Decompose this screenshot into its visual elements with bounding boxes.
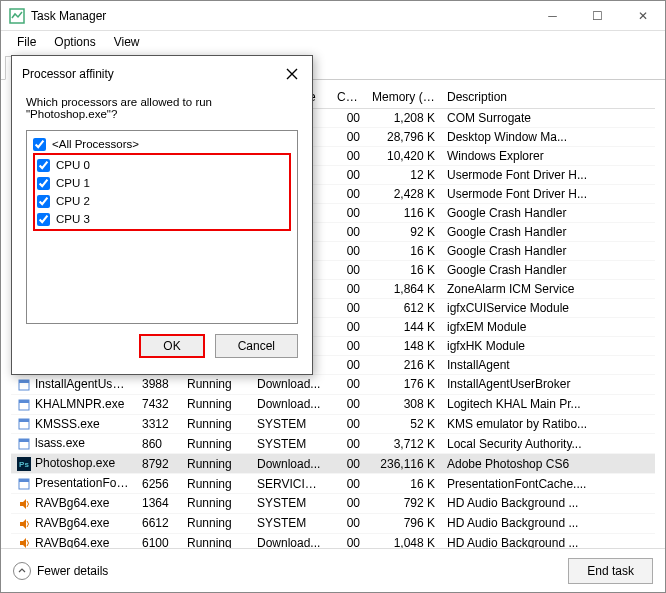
cell-mem: 612 K [366, 299, 441, 318]
cell-cpu: 00 [331, 375, 366, 395]
cell-name: PresentationFon... [11, 474, 136, 494]
cell-mem: 2,428 K [366, 185, 441, 204]
cell-cpu: 00 [331, 242, 366, 261]
cell-mem: 92 K [366, 223, 441, 242]
checkbox-cpu-1[interactable]: CPU 1 [37, 174, 287, 192]
cell-user: Download... [251, 454, 331, 474]
cell-mem: 176 K [366, 375, 441, 395]
dialog-title: Processor affinity [22, 67, 282, 81]
cell-cpu: 00 [331, 185, 366, 204]
cell-mem: 28,796 K [366, 128, 441, 147]
cell-mem: 148 K [366, 337, 441, 356]
cell-cpu: 00 [331, 474, 366, 494]
processor-list: <All Processors> CPU 0 CPU 1 CPU 2 CPU 3 [26, 130, 298, 324]
footer: Fewer details End task [1, 548, 665, 592]
table-row[interactable]: KMSSS.exe3312RunningSYSTEM0052 KKMS emul… [11, 414, 655, 434]
cell-desc: Logitech KHAL Main Pr... [441, 394, 655, 414]
cell-cpu: 00 [331, 414, 366, 434]
cell-desc: ZoneAlarm ICM Service [441, 280, 655, 299]
chevron-up-icon [13, 562, 31, 580]
table-row[interactable]: PsPhotoshop.exe8792RunningDownload...002… [11, 454, 655, 474]
cell-desc: Google Crash Handler [441, 223, 655, 242]
cell-cpu: 00 [331, 434, 366, 454]
cell-mem: 10,420 K [366, 147, 441, 166]
cell-name: InstallAgentUser... [11, 375, 136, 395]
cell-mem: 52 K [366, 414, 441, 434]
fewer-details-button[interactable]: Fewer details [13, 562, 108, 580]
cell-cpu: 00 [331, 394, 366, 414]
svg-rect-2 [19, 380, 29, 383]
cell-cpu: 00 [331, 280, 366, 299]
cell-desc: Usermode Font Driver H... [441, 166, 655, 185]
minimize-button[interactable]: ─ [530, 1, 575, 31]
checkbox-cpu-2[interactable]: CPU 2 [37, 192, 287, 210]
end-task-button[interactable]: End task [568, 558, 653, 584]
checkbox-all-processors[interactable]: <All Processors> [33, 135, 291, 153]
svg-rect-12 [19, 479, 29, 482]
table-row[interactable]: KHALMNPR.exe7432RunningDownload...00308 … [11, 394, 655, 414]
cell-desc: InstallAgent [441, 356, 655, 375]
cell-mem: 1,208 K [366, 109, 441, 128]
cell-name: KMSSS.exe [11, 414, 136, 434]
cell-cpu: 00 [331, 337, 366, 356]
cell-desc: Google Crash Handler [441, 204, 655, 223]
checkbox-cpu-0[interactable]: CPU 0 [37, 156, 287, 174]
cell-pid: 1364 [136, 493, 181, 513]
cell-name: PsPhotoshop.exe [11, 454, 136, 474]
cell-status: Running [181, 513, 251, 533]
cell-user: SYSTEM [251, 414, 331, 434]
ok-button[interactable]: OK [139, 334, 204, 358]
cell-pid: 6612 [136, 513, 181, 533]
cpu-highlight-group: CPU 0 CPU 1 CPU 2 CPU 3 [33, 153, 291, 231]
checkbox-input[interactable] [33, 138, 46, 151]
cell-status: Running [181, 434, 251, 454]
menu-file[interactable]: File [9, 33, 44, 51]
cancel-button[interactable]: Cancel [215, 334, 298, 358]
svg-rect-8 [19, 439, 29, 442]
cell-pid: 6256 [136, 474, 181, 494]
cell-user: SYSTEM [251, 513, 331, 533]
cell-cpu: 00 [331, 454, 366, 474]
checkbox-cpu-3[interactable]: CPU 3 [37, 210, 287, 228]
cell-mem: 792 K [366, 493, 441, 513]
window-title: Task Manager [31, 9, 530, 23]
table-row[interactable]: RAVBg64.exe1364RunningSYSTEM00792 KHD Au… [11, 493, 655, 513]
cell-status: Running [181, 414, 251, 434]
table-row[interactable]: InstallAgentUser...3988RunningDownload..… [11, 375, 655, 395]
table-row[interactable]: RAVBg64.exe6612RunningSYSTEM00796 KHD Au… [11, 513, 655, 533]
cell-pid: 860 [136, 434, 181, 454]
maximize-button[interactable]: ☐ [575, 1, 620, 31]
cell-desc: igfxHK Module [441, 337, 655, 356]
cell-desc: igfxCUIService Module [441, 299, 655, 318]
cell-status: Running [181, 454, 251, 474]
col-cpu[interactable]: CPU [331, 86, 366, 109]
cell-status: Running [181, 474, 251, 494]
menu-options[interactable]: Options [46, 33, 103, 51]
dialog-close-button[interactable] [282, 64, 302, 84]
col-mem[interactable]: Memory (p... [366, 86, 441, 109]
cell-desc: Usermode Font Driver H... [441, 185, 655, 204]
table-row[interactable]: PresentationFon...6256RunningSERVICIO ..… [11, 474, 655, 494]
menubar: File Options View [1, 31, 665, 53]
dialog-message: Which processors are allowed to run "Pho… [12, 92, 312, 130]
cell-cpu: 00 [331, 493, 366, 513]
close-button[interactable]: ✕ [620, 1, 665, 31]
cell-pid: 7432 [136, 394, 181, 414]
affinity-dialog: Processor affinity Which processors are … [11, 55, 313, 375]
menu-view[interactable]: View [106, 33, 148, 51]
task-manager-icon [9, 8, 25, 24]
col-desc[interactable]: Description [441, 86, 655, 109]
fewer-details-label: Fewer details [37, 564, 108, 578]
cell-mem: 116 K [366, 204, 441, 223]
cell-mem: 216 K [366, 356, 441, 375]
cell-cpu: 00 [331, 299, 366, 318]
cell-desc: Windows Explorer [441, 147, 655, 166]
table-row[interactable]: lsass.exe860RunningSYSTEM003,712 KLocal … [11, 434, 655, 454]
cell-name: lsass.exe [11, 434, 136, 454]
cell-status: Running [181, 493, 251, 513]
cell-desc: Adobe Photoshop CS6 [441, 454, 655, 474]
cell-desc: HD Audio Background ... [441, 493, 655, 513]
cell-desc: PresentationFontCache.... [441, 474, 655, 494]
cell-user: SYSTEM [251, 493, 331, 513]
svg-rect-4 [19, 400, 29, 403]
